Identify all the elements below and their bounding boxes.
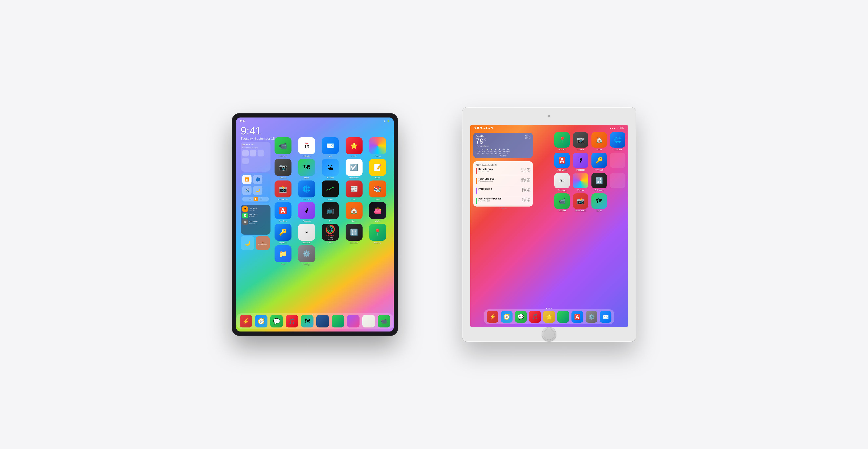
bluetooth-control[interactable]: 🔵	[253, 175, 262, 184]
moon-widget[interactable]: 🌙	[241, 236, 254, 250]
dock-maps[interactable]: 🗺	[301, 315, 313, 327]
dock-shortcuts[interactable]	[347, 315, 360, 327]
app-keychain-air[interactable]: 🔑 Keychain	[275, 224, 291, 244]
office-widget[interactable]: 📤 Out of Office	[256, 236, 270, 250]
classic-maps[interactable]: 🗺 Maps	[591, 193, 607, 212]
classic-facetime[interactable]: 📹 FaceTime	[554, 193, 570, 212]
app-findmy-air[interactable]: 📍 Find My	[369, 224, 386, 244]
classic-maps-icon[interactable]: 🗺	[591, 193, 607, 209]
keychain-icon[interactable]: 🔑	[275, 224, 291, 241]
focus-control[interactable]: 🌙	[253, 186, 262, 195]
cal-event-presentation[interactable]: Presentation 1:00 PM1:30 PM	[476, 187, 530, 196]
airplane-control[interactable]: ✈️	[242, 186, 251, 195]
classic-translate[interactable]: 🌐 Translate	[610, 132, 626, 151]
maps-icon[interactable]: 🗺	[298, 159, 315, 176]
dock-launchpad[interactable]: ⚡	[240, 315, 252, 327]
mail-icon[interactable]: ✉️	[322, 137, 339, 154]
app-photos-main[interactable]: Photos	[369, 137, 386, 157]
dock-keynote[interactable]	[316, 315, 329, 327]
classic-keychain[interactable]: 🔑 Keychain	[591, 153, 607, 171]
findmy-icon[interactable]: 📍	[369, 224, 386, 241]
classic-dock-appstore[interactable]: 🅰️	[571, 311, 583, 323]
app-wallet[interactable]: 👛 Wallet	[369, 202, 386, 222]
classic-dock-keynote[interactable]: ⭐	[543, 311, 555, 323]
fitness-widget[interactable]: 360/500CAL 15/30MIN 4/12HRS	[322, 224, 339, 241]
classic-dictionary[interactable]: Aa Dictionary	[554, 173, 570, 191]
photos-icon[interactable]	[369, 137, 386, 154]
classic-keychain-icon[interactable]: 🔑	[591, 153, 607, 168]
music-control[interactable]: ⏮ ▶️ ⏭	[242, 197, 269, 202]
classic-dock-safari[interactable]: 🧭	[501, 311, 513, 323]
appstore-icon[interactable]: 🅰️	[275, 202, 291, 219]
app-tv[interactable]: 📺 TV	[322, 202, 339, 222]
bookmarks-widget[interactable]: 📖 Be Kind Bookmarks & Notes	[241, 142, 271, 172]
classic-dock-messages[interactable]: 💬	[515, 311, 527, 323]
home-icon[interactable]: 🏠	[346, 202, 363, 219]
classic-findmy-icon[interactable]: 📍	[554, 132, 570, 148]
app-calculator-air[interactable]: 🔢 Calculator	[346, 224, 363, 244]
wallet-icon[interactable]: 👛	[369, 202, 386, 219]
app-appstore-air[interactable]: 🅰️ App Store	[275, 202, 291, 222]
notes-icon[interactable]: 📝	[369, 159, 386, 176]
app-stocks[interactable]: Stocks	[322, 180, 339, 201]
app-music-star[interactable]: ⭐ Music	[346, 137, 363, 157]
classic-calculator-icon[interactable]: 🔢	[591, 173, 607, 188]
dock-facetime[interactable]: 📹	[378, 315, 390, 327]
classic-appstore-icon[interactable]: 🅰️	[554, 153, 570, 168]
app-news[interactable]: 📰 News	[346, 180, 363, 201]
classic-dictionary-icon[interactable]: Aa	[554, 173, 570, 188]
classic-photobooth[interactable]: 📸 Photo Booth	[572, 193, 589, 212]
classic-camera[interactable]: 📷 Camera	[572, 132, 589, 151]
cal-event-debrief[interactable]: Post Keynote Debrief FaceTime Call 5:00 …	[476, 198, 530, 206]
classic-camera-icon[interactable]: 📷	[573, 132, 588, 148]
classic-podcasts[interactable]: 🎙 Podcasts	[572, 153, 589, 171]
app-camera[interactable]: 📷 Camera	[275, 159, 291, 179]
classic-photos[interactable]: Photos	[572, 173, 589, 191]
classic-dock-mail[interactable]: ✉️	[600, 311, 612, 323]
dock-safari[interactable]: 🧭	[255, 315, 268, 327]
translate-icon[interactable]: 🌐	[298, 180, 315, 198]
app-notes[interactable]: 📝 Notes	[369, 159, 386, 179]
reminders-icon[interactable]: ☑️	[346, 159, 363, 176]
weather-icon[interactable]: 🌤	[322, 159, 339, 176]
app-files[interactable]: 📁 Files	[275, 245, 291, 265]
cal-event-keynote[interactable]: Keynote Prep Keynote Prep 10:00 AM11:00 …	[476, 168, 530, 176]
classic-calculator[interactable]: 🔢 Calculator	[591, 173, 607, 191]
classic-photos-icon[interactable]	[573, 173, 588, 188]
app-reminders[interactable]: ☑️ Reminders	[346, 159, 363, 179]
timers-widget[interactable]: ⏱ Surf Timer 0:45:00 📝 Log Notes 1:30:00	[241, 205, 271, 235]
app-home[interactable]: 🏠 Home	[346, 202, 363, 222]
classic-translate-icon[interactable]: 🌐	[610, 132, 625, 148]
app-fitness-widget[interactable]: 360/500CAL 15/30MIN 4/12HRS Fitness	[322, 224, 339, 244]
classic-findmy[interactable]: 📍 Find My	[554, 132, 570, 151]
app-maps-air[interactable]: 🗺 Maps	[298, 159, 315, 179]
classic-dock-launchpad[interactable]: ⚡	[487, 311, 498, 323]
classic-home[interactable]: 🏠 Home	[591, 132, 607, 151]
controls-widget[interactable]: 📶 🔵 ✈️ 🌙 ⏮ ▶️ ⏭	[241, 173, 271, 203]
classic-home-icon[interactable]: 🏠	[591, 132, 607, 148]
classic-facetime-icon[interactable]: 📹	[554, 193, 570, 209]
app-translate[interactable]: 🌐 Translate	[298, 180, 315, 201]
app-dictionary-air[interactable]: Aa Dictionary	[298, 224, 315, 244]
app-photobooth[interactable]: 📸 Photo Brush	[275, 180, 291, 201]
app-facetime[interactable]: 📹 FaceTime	[275, 137, 291, 157]
calculator-icon[interactable]: 🔢	[346, 224, 363, 241]
cal-event-standup[interactable]: Team Stand Up Microsoft meeting 11:30 AM…	[476, 178, 530, 186]
settings-icon[interactable]: ⚙️	[298, 245, 315, 262]
photobooth-icon[interactable]: 📸	[275, 180, 291, 198]
classic-dock-numbers[interactable]	[557, 311, 569, 323]
dictionary-icon[interactable]: Aa	[298, 224, 315, 241]
classic-photobooth-icon[interactable]: 📸	[573, 193, 588, 209]
facetime-icon[interactable]: 📹	[275, 137, 291, 154]
books-icon[interactable]: 📚	[369, 180, 386, 198]
app-podcasts-air[interactable]: 🎙 Podcasts	[298, 202, 315, 222]
app-settings-air[interactable]: ⚙️ Settings	[298, 245, 315, 265]
dock-messages[interactable]: 💬	[270, 315, 283, 327]
calendar-widget[interactable]: Monday, June 22 Keynote Prep Keynote Pre…	[473, 161, 533, 207]
music-star-icon[interactable]: ⭐	[346, 137, 363, 154]
camera-icon[interactable]: 📷	[275, 159, 291, 176]
classic-dock-music[interactable]: 🎵	[529, 311, 541, 323]
files-icon[interactable]: 📁	[275, 245, 291, 262]
app-weather-air[interactable]: 🌤 Weather	[322, 159, 339, 179]
stocks-icon[interactable]	[322, 180, 339, 198]
